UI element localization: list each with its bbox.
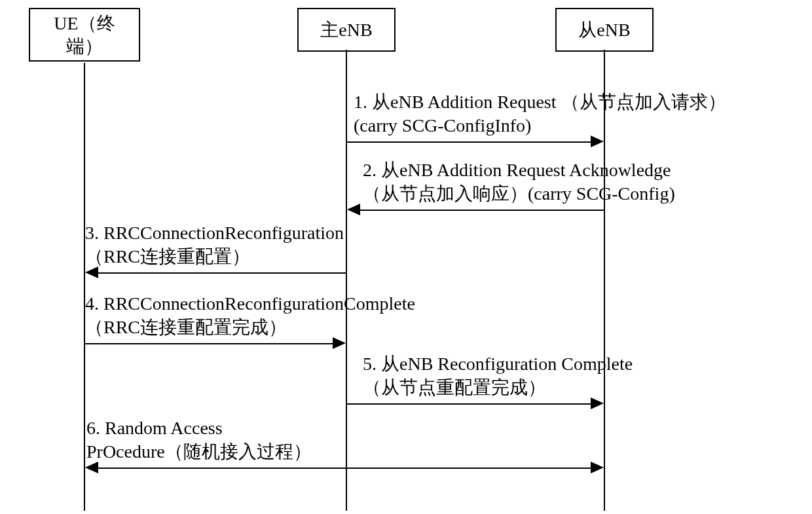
msg2-line bbox=[350, 210, 605, 211]
msg6-line bbox=[88, 468, 601, 469]
msg3-label: 3. RRCConnectionReconfiguration （RRC连接重配… bbox=[85, 221, 344, 269]
msg5-label: 5. 从eNB Reconfiguration Complete （从节点重配置… bbox=[363, 352, 633, 400]
msg2-line1: 2. 从eNB Addition Request Acknowledge bbox=[363, 160, 671, 180]
participant-ue-label-1: UE（终 bbox=[54, 13, 115, 33]
msg5-line2: （从节点重配置完成） bbox=[363, 377, 546, 397]
msg4-line2: （RRC连接重配置完成） bbox=[85, 317, 287, 337]
msg1-line bbox=[347, 141, 601, 143]
msg3-line2: （RRC连接重配置） bbox=[85, 246, 250, 266]
msg1-line1: 1. 从eNB Addition Request （从节点加入请求） bbox=[354, 92, 726, 112]
participant-senb-label: 从eNB bbox=[578, 20, 630, 40]
msg6-line1: 6. Random Access bbox=[86, 418, 223, 438]
participant-senb: 从eNB bbox=[555, 8, 654, 52]
sequence-diagram: { "participants": { "ue": { "line1": "UE… bbox=[0, 0, 812, 514]
msg4-line bbox=[85, 343, 343, 344]
participant-ue-label-2: 端） bbox=[66, 36, 103, 56]
msg4-label: 4. RRCConnectionReconfigurationComplete … bbox=[85, 292, 415, 340]
msg6-arrow-left bbox=[85, 462, 98, 473]
lifeline-menb bbox=[346, 50, 347, 511]
msg2-line2: （从节点加入响应）(carry SCG-Config) bbox=[363, 183, 675, 204]
msg6-line2: PrOcedure（随机接入过程） bbox=[86, 441, 312, 462]
msg2-label: 2. 从eNB Addition Request Acknowledge （从节… bbox=[363, 158, 675, 206]
msg2-arrow bbox=[347, 204, 360, 215]
msg3-line1: 3. RRCConnectionReconfiguration bbox=[85, 223, 344, 243]
msg1-line2: (carry SCG-ConfigInfo) bbox=[354, 115, 531, 136]
msg6-arrow-right bbox=[591, 462, 604, 473]
msg5-line1: 5. 从eNB Reconfiguration Complete bbox=[363, 354, 633, 374]
msg6-label: 6. Random Access PrOcedure（随机接入过程） bbox=[86, 416, 312, 464]
msg4-arrow bbox=[333, 337, 346, 349]
participant-menb-label: 主eNB bbox=[320, 20, 372, 40]
msg4-line1: 4. RRCConnectionReconfigurationComplete bbox=[85, 293, 415, 314]
msg5-arrow bbox=[591, 397, 604, 409]
msg1-label: 1. 从eNB Addition Request （从节点加入请求） (carr… bbox=[354, 90, 726, 138]
msg1-arrow bbox=[591, 136, 604, 147]
msg3-line bbox=[88, 272, 347, 274]
lifeline-ue bbox=[84, 63, 85, 511]
participant-menb: 主eNB bbox=[297, 8, 396, 52]
participant-ue: UE（终 端） bbox=[29, 8, 140, 62]
msg5-line bbox=[347, 403, 601, 405]
msg3-arrow bbox=[85, 266, 98, 278]
